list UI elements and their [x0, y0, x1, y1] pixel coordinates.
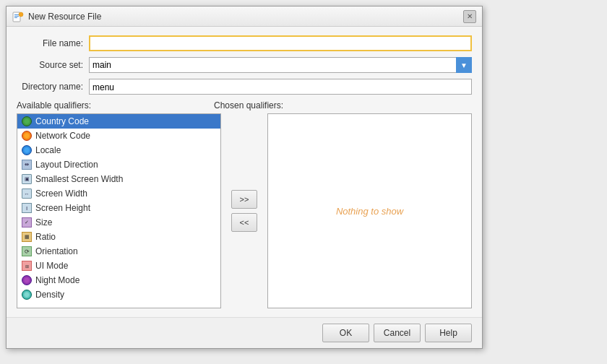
qualifier-label-locale: Locale — [35, 145, 61, 155]
screen-width-icon: ↔ — [22, 188, 32, 199]
svg-rect-2 — [14, 16, 19, 17]
dialog-titlebar: New Resource File ✕ — [7, 6, 482, 27]
size-icon: ✓ — [22, 217, 32, 228]
qualifier-item-orientation[interactable]: ⟳ Orientation — [17, 244, 220, 259]
qualifier-label-screen-height: Screen Height — [35, 203, 90, 213]
locale-icon — [22, 145, 32, 155]
directory-name-row: Directory name: menu — [17, 79, 472, 95]
qualifier-label-night-mode: Night Mode — [35, 275, 79, 285]
qualifier-item-screen-width[interactable]: ↔ Screen Width — [17, 186, 220, 201]
chosen-qualifiers-panel: Nothing to show — [267, 113, 472, 308]
qualifier-label-size: Size — [35, 217, 52, 228]
ratio-icon: ▦ — [22, 232, 32, 242]
qualifier-label-smallest-screen-width: Smallest Screen Width — [35, 174, 123, 184]
qualifier-item-ratio[interactable]: ▦ Ratio — [17, 230, 220, 244]
screen-height-icon: I — [22, 203, 32, 213]
qualifier-item-size[interactable]: ✓ Size — [17, 215, 220, 230]
arrow-buttons-panel: >> << — [227, 113, 262, 308]
qualifier-label-network-code: Network Code — [35, 131, 90, 141]
dialog-icon — [12, 11, 24, 22]
section-labels-row: Available qualifiers: Chosen qualifiers: — [17, 100, 472, 110]
nothing-to-show-text: Nothing to show — [336, 206, 403, 217]
file-name-label: File name: — [17, 38, 89, 48]
source-set-label: Source set: — [17, 60, 89, 70]
chosen-qualifiers-label: Chosen qualifiers: — [214, 100, 283, 110]
smallest-screen-width-icon: ▣ — [22, 174, 32, 184]
qualifier-label-ui-mode: UI Mode — [35, 261, 68, 271]
qualifier-label-layout-direction: Layout Direction — [35, 160, 98, 170]
arrows-space — [172, 100, 208, 110]
qualifier-item-locale[interactable]: Locale — [17, 143, 220, 157]
orientation-icon: ⟳ — [22, 246, 32, 256]
cancel-button[interactable]: Cancel — [374, 324, 421, 342]
qualifier-item-screen-height[interactable]: I Screen Height — [17, 201, 220, 215]
svg-point-4 — [19, 12, 23, 17]
qualifier-item-layout-direction[interactable]: ⇔ Layout Direction — [17, 157, 220, 172]
qualifier-item-smallest-screen-width[interactable]: ▣ Smallest Screen Width — [17, 172, 220, 186]
qualifier-label-density: Density — [35, 290, 64, 300]
directory-name-label: Directory name: — [17, 82, 89, 92]
dialog-content: File name: Source set: main ▼ Directory … — [7, 27, 482, 317]
file-name-input[interactable] — [89, 35, 472, 51]
directory-name-value: menu — [89, 79, 472, 95]
network-code-icon — [22, 131, 32, 141]
qualifier-label-ratio: Ratio — [35, 232, 56, 242]
layout-direction-icon: ⇔ — [22, 160, 32, 170]
dialog-overlay: New Resource File ✕ File name: Source se… — [0, 0, 607, 364]
ok-button[interactable]: OK — [322, 324, 369, 342]
night-mode-icon — [22, 275, 32, 285]
new-resource-file-dialog: New Resource File ✕ File name: Source se… — [6, 6, 483, 349]
ui-mode-icon: ⊞ — [22, 261, 32, 271]
help-button[interactable]: Help — [425, 324, 472, 342]
source-set-wrapper: main ▼ — [89, 57, 472, 73]
source-set-select[interactable]: main — [89, 57, 472, 73]
file-name-row: File name: — [17, 35, 472, 51]
dialog-title-left: New Resource File — [12, 11, 101, 22]
svg-rect-1 — [14, 14, 19, 15]
source-set-row: Source set: main ▼ — [17, 57, 472, 73]
chosen-qualifiers-list: Nothing to show — [267, 113, 472, 308]
country-code-icon — [22, 116, 32, 126]
available-label-container: Available qualifiers: — [17, 100, 166, 110]
qualifiers-section: Country Code Network Code Locale ⇔ — [17, 113, 472, 308]
remove-qualifier-button[interactable]: << — [231, 213, 257, 232]
qualifier-label-screen-width: Screen Width — [35, 188, 87, 199]
density-icon — [22, 290, 32, 300]
qualifier-label-country-code: Country Code — [35, 116, 89, 126]
qualifier-item-density[interactable]: Density — [17, 287, 220, 302]
dialog-footer: OK Cancel Help — [7, 317, 482, 348]
qualifier-item-country-code[interactable]: Country Code — [17, 114, 220, 129]
add-qualifier-button[interactable]: >> — [231, 190, 257, 209]
qualifier-label-orientation: Orientation — [35, 246, 78, 256]
qualifier-item-ui-mode[interactable]: ⊞ UI Mode — [17, 259, 220, 273]
qualifier-item-network-code[interactable]: Network Code — [17, 129, 220, 143]
chosen-label-container: Chosen qualifiers: — [214, 100, 472, 110]
available-qualifier-list[interactable]: Country Code Network Code Locale ⇔ — [17, 113, 221, 308]
available-qualifiers-label: Available qualifiers: — [17, 100, 91, 110]
svg-rect-3 — [14, 17, 17, 18]
available-qualifiers-panel: Country Code Network Code Locale ⇔ — [17, 113, 221, 308]
dialog-title-text: New Resource File — [28, 12, 101, 22]
close-button[interactable]: ✕ — [463, 10, 476, 23]
qualifier-item-night-mode[interactable]: Night Mode — [17, 273, 220, 287]
